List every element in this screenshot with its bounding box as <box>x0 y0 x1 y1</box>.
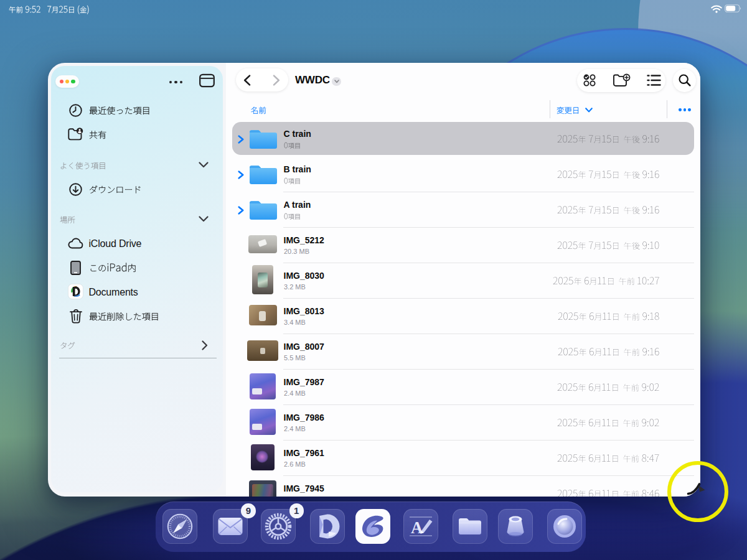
svg-text:A: A <box>411 518 423 537</box>
